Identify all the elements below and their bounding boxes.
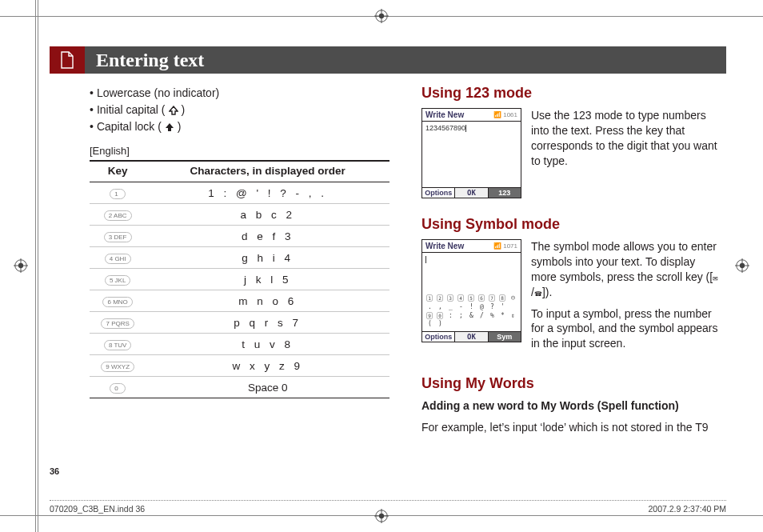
softkey-ok: OK	[454, 332, 488, 342]
screenshot-title: Write New	[425, 110, 464, 119]
registration-mark-icon	[374, 9, 389, 23]
key-label: 8 TUV	[104, 340, 132, 350]
table-row: 4 GHIg h i 4	[90, 247, 389, 269]
softkey-ok: OK	[454, 188, 488, 198]
body-text: Use the 123 mode to type numbers into th…	[531, 108, 721, 175]
registration-mark-icon	[735, 258, 749, 273]
heading-123-mode: Using 123 mode	[421, 85, 721, 102]
header-title-box: Entering text	[85, 46, 726, 74]
table-row: 7 PQRSp q r s 7	[90, 312, 389, 334]
table-row: 9 WXYZw x y z 9	[90, 355, 389, 377]
table-row: 0Space 0	[90, 377, 389, 398]
header-icon-box	[50, 46, 85, 74]
key-label: 1	[110, 189, 126, 199]
chars-cell: t u v 8	[146, 334, 389, 355]
list-item: Capital lock ( )	[90, 118, 389, 135]
heading-my-words: Using My Words	[421, 375, 721, 392]
header-band: Entering text	[50, 46, 726, 74]
key-label: 4 GHI	[105, 254, 131, 264]
list-item-text: Initial capital (	[97, 102, 166, 118]
chars-cell: g h i 4	[146, 247, 389, 269]
softkey-options: Options	[422, 332, 454, 342]
table-row: 8 TUVt u v 8	[90, 334, 389, 355]
chars-cell: 1 : @ ' ! ? - , .	[146, 182, 389, 204]
initial-capital-icon	[169, 106, 178, 115]
list-item: Lowercase (no indicator)	[90, 85, 389, 102]
chars-cell: d e f 3	[146, 226, 389, 247]
chars-cell: m n o 6	[146, 290, 389, 312]
footer-datetime: 2007.2.9 2:37:40 PM	[649, 504, 727, 514]
softkey-options: Options	[422, 188, 454, 198]
list-item-text: )	[178, 118, 182, 135]
list-item: Initial capital ( )	[90, 102, 389, 118]
footer-filename: 070209_C3B_EN.indd 36	[50, 504, 145, 514]
table-header-chars: Characters, in displayed order	[146, 161, 389, 182]
input-mode-badge: Sym	[489, 332, 521, 342]
crop-mark	[35, 0, 36, 532]
key-label: 5 JKL	[105, 275, 130, 286]
left-column: Lowercase (no indicator) Initial capital…	[90, 85, 389, 453]
chars-cell: j k l 5	[146, 269, 389, 290]
chars-cell: p q r s 7	[146, 312, 389, 334]
chars-cell: Space 0	[146, 377, 389, 398]
document-icon	[59, 51, 75, 69]
key-label: 2 ABC	[104, 210, 132, 221]
phone-screenshot: Write New 📶1071 1.2,3_4-5!6@7?8'☺ 9(0):;…	[421, 239, 521, 342]
language-label: [English]	[90, 145, 389, 157]
phone-screenshot: Write New 📶1061 1234567890 Options OK 12…	[421, 108, 521, 198]
phone-icon: ☎	[534, 290, 542, 299]
footer: 070209_C3B_EN.indd 36 2007.2.9 2:37:40 P…	[50, 500, 726, 514]
registration-mark-icon	[14, 258, 28, 273]
key-label: 3 DEF	[104, 232, 132, 242]
key-table: Key Characters, in displayed order 11 : …	[90, 160, 389, 398]
subheading: Adding a new word to My Words (Spell fun…	[421, 398, 721, 414]
table-row: 6 MNOm n o 6	[90, 290, 389, 312]
screenshot-body: 1234567890	[422, 122, 521, 187]
table-row: 11 : @ ' ! ? - , .	[90, 182, 389, 204]
body-text: The symbol mode allows you to enter symb…	[531, 239, 721, 358]
input-mode-badge: 123	[489, 188, 521, 198]
right-column: Using 123 mode Write New 📶1061 123456789…	[421, 85, 721, 453]
key-label: 9 WXYZ	[101, 362, 134, 372]
list-item-text: Capital lock (	[97, 118, 162, 135]
screenshot-title: Write New	[425, 242, 464, 250]
list-item-text: Lowercase (no indicator)	[97, 85, 219, 102]
key-label: 7 PQRS	[101, 318, 134, 329]
screenshot-body	[422, 253, 521, 293]
bullet-list: Lowercase (no indicator) Initial capital…	[90, 85, 389, 135]
table-row: 2 ABCa b c 2	[90, 204, 389, 226]
table-row: 5 JKLj k l 5	[90, 269, 389, 290]
signal-icon: 📶1061	[493, 110, 517, 119]
key-label: 6 MNO	[102, 297, 132, 307]
page-title: Entering text	[96, 50, 204, 71]
table-row: 3 DEFd e f 3	[90, 226, 389, 247]
symbol-grid: 1.2,3_4-5!6@7?8'☺ 9(0):;&/%*⇕	[422, 293, 521, 331]
key-label: 0	[110, 383, 126, 394]
table-header-key: Key	[90, 161, 146, 182]
crop-mark	[38, 0, 38, 532]
list-item-text: )	[182, 102, 186, 118]
chars-cell: w x y z 9	[146, 355, 389, 377]
signal-icon: 📶1071	[493, 242, 517, 250]
heading-symbol-mode: Using Symbol mode	[421, 216, 721, 233]
body-text: For example, let’s input ‘lode’ which is…	[421, 420, 721, 435]
chars-cell: a b c 2	[146, 204, 389, 226]
message-icon: ✉	[713, 275, 718, 284]
page-content: Entering text Lowercase (no indicator) I…	[50, 30, 726, 500]
page-number: 36	[50, 466, 59, 476]
capital-lock-icon	[165, 122, 174, 132]
